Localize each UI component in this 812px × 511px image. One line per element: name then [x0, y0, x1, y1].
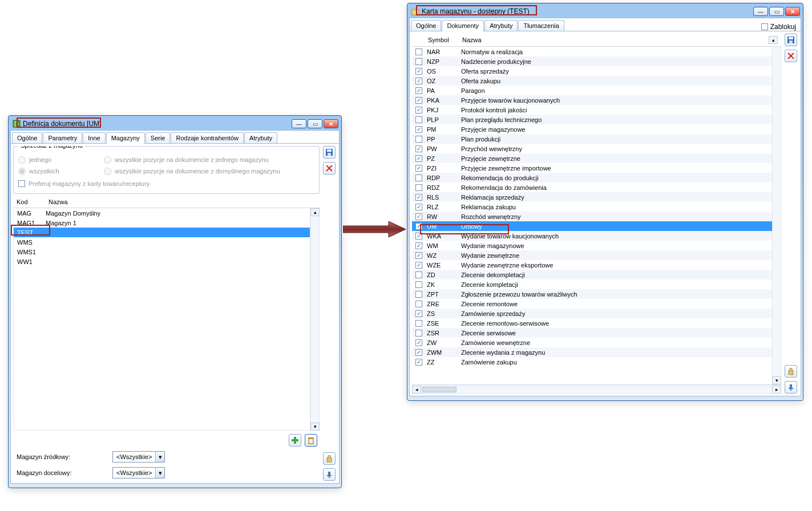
row-checkbox[interactable]	[415, 359, 422, 366]
list-item[interactable]: WMS	[14, 237, 310, 247]
combo-mag-dst[interactable]: <Wszystkie> ▾	[112, 467, 165, 478]
cancel-button[interactable]	[785, 50, 797, 62]
tab-ogólne[interactable]: Ogólne	[12, 132, 42, 143]
radio-doc-default-input[interactable]	[104, 168, 111, 175]
lock-button[interactable]	[785, 365, 797, 378]
table-row[interactable]: ZDZlecenie dekompletacji	[412, 270, 772, 279]
table-row[interactable]: WZWydanie zewnętrzne	[412, 250, 772, 260]
table-row[interactable]: RLZReklamacja zakupu	[412, 202, 772, 212]
pin-button[interactable]	[323, 468, 336, 481]
right-hscroll[interactable]: ◂ ▸	[412, 384, 781, 394]
row-checkbox[interactable]	[415, 252, 422, 259]
scroll-right-icon[interactable]: ▸	[772, 386, 781, 394]
right-list-body[interactable]: NARNormatyw a realizacjaNZPNadzlecenie p…	[412, 47, 772, 384]
minimize-button[interactable]: —	[292, 119, 306, 128]
table-row[interactable]: ZPTZgłoszenie przewozu towarów wrażliwyc…	[412, 289, 772, 299]
table-row[interactable]: RLSReklamacja sprzedaży	[412, 192, 772, 202]
row-checkbox[interactable]	[415, 78, 422, 84]
row-checkbox[interactable]	[415, 242, 422, 249]
add-button[interactable]	[289, 434, 301, 447]
minimize-button[interactable]: —	[753, 7, 768, 16]
table-row[interactable]: PKAPrzyjęcie towarów kaucjonowanych	[412, 95, 772, 105]
scroll-up-icon[interactable]: ▴	[310, 208, 320, 216]
list-item[interactable]: WW1	[14, 257, 310, 266]
list-item[interactable]: TEST	[14, 228, 310, 237]
table-row[interactable]: WZEWydanie zewnętrzne eksportowe	[412, 260, 772, 270]
table-row[interactable]: RWRozchód wewnętrzny	[412, 212, 772, 221]
radio-doc-one[interactable]: wszystkie pozycje na dokumencie z jedneg…	[104, 155, 280, 165]
row-checkbox[interactable]	[415, 175, 422, 181]
row-checkbox[interactable]	[415, 204, 422, 210]
table-row[interactable]: NZPNadzlecenie produkcyjne	[412, 56, 772, 66]
col-kod[interactable]: Kod	[13, 196, 45, 208]
scroll-up-icon[interactable]: ▴	[769, 36, 778, 44]
table-row[interactable]: OSOferta sprzedaży	[412, 66, 772, 76]
list-item[interactable]: MAGMagazyn Domyślny	[14, 208, 310, 218]
radio-all[interactable]: wszystkich	[18, 166, 104, 176]
lock-button[interactable]	[323, 452, 336, 465]
table-row[interactable]: PAParagon	[412, 86, 772, 95]
row-checkbox[interactable]	[415, 213, 422, 220]
col-nazwa[interactable]: Nazwa	[462, 36, 769, 43]
scroll-left-icon[interactable]: ◂	[412, 386, 421, 394]
list-item[interactable]: WMS1	[14, 247, 310, 257]
row-checkbox[interactable]	[415, 87, 422, 94]
list-item[interactable]: MAG1Magazyn 1	[14, 218, 310, 228]
check-zablokuj-box[interactable]	[761, 23, 768, 30]
scroll-down-icon[interactable]: ▾	[310, 423, 320, 431]
row-checkbox[interactable]	[415, 126, 422, 133]
radio-doc-default[interactable]: wszystkie pozycje na dokumencie z domyśl…	[104, 166, 280, 176]
cancel-button[interactable]	[323, 162, 336, 175]
row-checkbox[interactable]	[415, 281, 422, 288]
radio-doc-one-input[interactable]	[104, 156, 111, 164]
table-row[interactable]: WMWydanie magazynowe	[412, 241, 772, 250]
chevron-down-icon[interactable]: ▾	[155, 452, 164, 462]
row-checkbox[interactable]	[415, 107, 422, 113]
tab-magazyny[interactable]: Magazyny	[106, 132, 145, 144]
row-checkbox[interactable]	[415, 136, 422, 143]
row-checkbox[interactable]	[415, 184, 422, 191]
table-row[interactable]: OZOferta zakupu	[412, 76, 772, 86]
right-vscroll[interactable]: ▾	[772, 47, 781, 384]
tab-dokumenty[interactable]: Dokumenty	[442, 20, 484, 31]
tab-inne[interactable]: Inne	[83, 132, 105, 143]
tab-ogólne[interactable]: Ogólne	[411, 20, 441, 31]
table-row[interactable]: RDZRekomendacja do zamówienia	[412, 182, 772, 192]
tab-atrybuty[interactable]: Atrybuty	[244, 132, 277, 143]
col-symbol[interactable]: Symbol	[428, 36, 462, 43]
table-row[interactable]: PPPlan produkcji	[412, 134, 772, 144]
table-row[interactable]: PMPrzyjęcie magazynowe	[412, 124, 772, 134]
row-checkbox[interactable]	[415, 291, 422, 298]
table-row[interactable]: ZWMZlecenie wydania z magazynu	[412, 347, 772, 357]
radio-one-input[interactable]	[18, 156, 26, 164]
table-row[interactable]: PKJProtokół kontroli jakości	[412, 105, 772, 115]
table-row[interactable]: PZPrzyjęcie zewnętrzne	[412, 153, 772, 163]
scroll-down-icon[interactable]: ▾	[772, 376, 781, 384]
table-row[interactable]: WKAWydanie towarów kaucjonowanych	[412, 231, 772, 241]
row-checkbox[interactable]	[415, 233, 422, 240]
table-row[interactable]: PLPPlan przeglądu technicznego	[412, 115, 772, 124]
row-checkbox[interactable]	[415, 58, 422, 65]
row-checkbox[interactable]	[415, 48, 422, 55]
tab-parametry[interactable]: Parametry	[43, 132, 82, 143]
row-checkbox[interactable]	[415, 223, 422, 230]
row-checkbox[interactable]	[415, 349, 422, 356]
maximize-button[interactable]: ▭	[769, 7, 784, 16]
radio-all-input[interactable]	[18, 168, 26, 175]
check-zablokuj[interactable]: Zablokuj	[761, 23, 796, 31]
table-row[interactable]: RDPRekomendacja do produkcji	[412, 173, 772, 182]
table-row[interactable]: ZZZamówienie zakupu	[412, 357, 772, 367]
table-row[interactable]: ZSZamówienie sprzedaży	[412, 309, 772, 318]
table-row[interactable]: ZKZlecenie kompletacji	[412, 279, 772, 289]
col-nazwa[interactable]: Nazwa	[45, 196, 320, 208]
close-button[interactable]: ✕	[324, 119, 338, 128]
table-row[interactable]: ZSRZlecenie serwisowe	[412, 328, 772, 338]
table-row[interactable]: NARNormatyw a realizacja	[412, 47, 772, 56]
left-list-body[interactable]: MAGMagazyn DomyślnyMAG1Magazyn 1TESTWMSW…	[13, 208, 310, 431]
table-row[interactable]: PZIPrzyjęcie zewnętrzne importowe	[412, 163, 772, 173]
check-prefer[interactable]: Preferuj magazyny z karty towaru/receptu…	[18, 179, 314, 189]
radio-one[interactable]: jednego	[18, 155, 104, 165]
row-checkbox[interactable]	[415, 97, 422, 104]
pin-button[interactable]	[785, 381, 797, 394]
combo-mag-src[interactable]: <Wszystkie> ▾	[112, 451, 165, 463]
